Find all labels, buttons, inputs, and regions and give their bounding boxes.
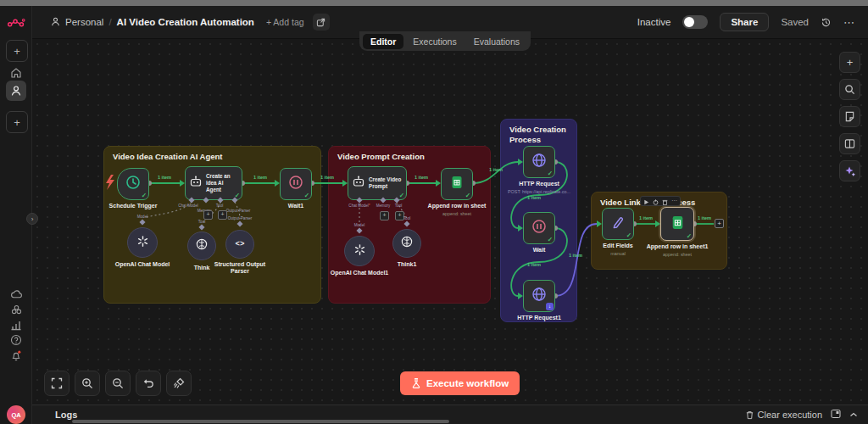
breadcrumb-separator: / (108, 17, 111, 27)
share-button[interactable]: Share (720, 13, 769, 31)
more-icon[interactable]: ⋯ (671, 198, 677, 204)
sidebar-add-button[interactable]: + (6, 40, 28, 62)
n8n-logo[interactable] (6, 13, 26, 33)
undo-button[interactable] (136, 371, 161, 396)
clear-execution-button[interactable]: Clear execution (745, 410, 822, 420)
google-sheets-icon (449, 175, 465, 193)
node-label: Schedule Trigger (109, 203, 158, 209)
node-openai-chat-model1[interactable] (344, 236, 375, 266)
port-label: Chat Model (178, 204, 198, 208)
horizontal-scrollbar[interactable] (72, 420, 449, 423)
node-label: Append row in sheet (428, 203, 487, 209)
history-icon[interactable] (821, 17, 832, 28)
sidebar-expand-handle[interactable]: › (26, 213, 38, 225)
edge-label: 1 item (527, 195, 541, 200)
node-badge: ↓ (546, 303, 554, 310)
node-label: OpenAI Chat Model (115, 261, 170, 267)
execute-workflow-button[interactable]: Execute workflow (400, 371, 520, 395)
globe-icon (531, 286, 548, 306)
delete-icon[interactable] (662, 193, 668, 209)
robot-icon (352, 175, 365, 192)
port-label: Tool (198, 220, 205, 224)
node-wait[interactable] (523, 212, 555, 244)
tab-executions[interactable]: Executions (405, 34, 464, 49)
saved-status: Saved (781, 17, 809, 27)
port-label: Model (354, 223, 365, 227)
zoom-to-fit-button[interactable] (44, 371, 70, 396)
edge-label: 1 item (698, 215, 711, 220)
node-wait1[interactable] (280, 168, 312, 200)
success-check-icon (687, 232, 692, 240)
deactivate-icon[interactable] (653, 193, 659, 209)
node-subtitle: POST: https://api.replicate.co... (508, 189, 570, 194)
tab-evaluations[interactable]: Evaluations (466, 34, 527, 49)
notifications-bell-icon[interactable] (6, 345, 26, 365)
node-think1[interactable] (392, 229, 421, 258)
add-node-button[interactable]: + (839, 52, 860, 73)
more-menu-icon[interactable]: ⋯ (843, 16, 854, 29)
node-inner-label: Create an idea AI Agent (206, 173, 238, 193)
success-check-icon (304, 192, 309, 199)
port-label: Output Parser (226, 209, 251, 213)
panel-toggle-button[interactable] (839, 133, 860, 154)
workflow-status-label: Inactive (637, 17, 671, 27)
node-subtitle: append: sheet (442, 211, 471, 216)
sidebar-add-project-button[interactable]: + (6, 111, 28, 133)
success-check-icon (465, 192, 470, 199)
collapse-chevron-icon[interactable] (849, 410, 858, 420)
tidy-up-button[interactable] (166, 371, 192, 396)
success-check-icon (626, 232, 632, 239)
sticky-note-button[interactable] (839, 106, 860, 127)
node-append-row-in-sheet1[interactable] (660, 207, 694, 241)
sidebar-item-personal[interactable] (6, 81, 26, 101)
node-label: Wait (533, 247, 546, 253)
node-label: HTTP Request (519, 181, 559, 187)
user-avatar[interactable]: QA (7, 405, 25, 424)
add-memory-button[interactable] (203, 210, 213, 220)
add-tag-button[interactable]: + Add tag (266, 17, 304, 27)
node-schedule-trigger[interactable] (117, 168, 149, 200)
clock-icon (125, 174, 142, 194)
zoom-out-button[interactable] (105, 371, 131, 396)
node-create-idea-ai-agent[interactable]: Create an idea AI Agent (185, 166, 242, 200)
edge-label: 1 item (569, 253, 582, 258)
port-label: Tool (216, 204, 223, 208)
search-button[interactable] (839, 79, 860, 100)
node-think[interactable] (187, 232, 216, 260)
node-structured-output-parser[interactable]: <> (225, 230, 254, 259)
group-title: Video Prompt Creation (337, 152, 425, 162)
think-icon (195, 237, 209, 254)
node-edit-fields[interactable] (602, 208, 634, 240)
node-label: HTTP Request1 (517, 315, 561, 321)
add-tool-button[interactable] (218, 210, 227, 220)
ai-assistant-button[interactable] (839, 160, 860, 181)
workflow-title[interactable]: AI Video Creation Automation (117, 17, 254, 27)
view-tabs: Editor Executions Evaluations (359, 31, 531, 51)
pencil-icon (610, 215, 626, 233)
node-append-row-in-sheet[interactable] (441, 168, 473, 200)
tab-editor[interactable]: Editor (363, 34, 403, 49)
success-check-icon (548, 236, 553, 243)
active-toggle[interactable] (682, 15, 708, 29)
zoom-in-button[interactable] (75, 371, 100, 396)
add-node-endpoint-button[interactable]: + (715, 219, 724, 228)
person-icon (51, 17, 60, 28)
add-memory-button[interactable] (380, 211, 389, 220)
breadcrumb-project[interactable]: Personal (65, 17, 103, 27)
node-create-video-prompt[interactable]: Create Video Prompt (348, 166, 407, 200)
node-openai-chat-model[interactable] (127, 227, 158, 258)
play-icon[interactable] (643, 193, 649, 209)
edge-label: 1 item (489, 167, 503, 172)
globe-icon (531, 152, 548, 172)
open-in-new-icon[interactable] (313, 14, 330, 31)
trash-icon (745, 410, 754, 420)
header-actions: Inactive Share Saved ⋯ (637, 13, 868, 31)
open-logs-panel-icon[interactable] (831, 409, 841, 421)
node-http-request1[interactable]: ↓ (523, 280, 555, 312)
success-check-icon (142, 192, 147, 199)
node-inner-label: Create Video Prompt (369, 176, 403, 190)
code-brackets-icon: <> (236, 240, 245, 248)
node-http-request[interactable] (523, 146, 555, 178)
robot-icon (189, 175, 203, 192)
node-label: Append row in sheet1 (647, 243, 709, 249)
